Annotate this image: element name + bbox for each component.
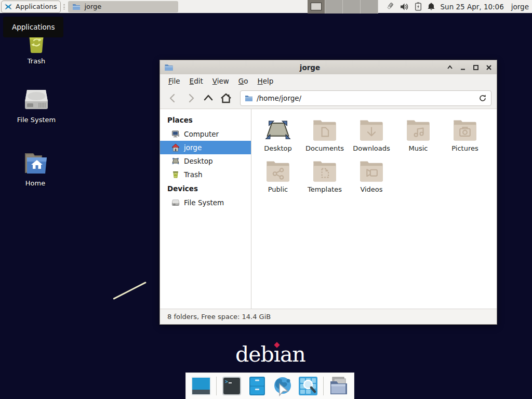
toolbar: /home/jorge/	[160, 88, 497, 109]
back-button[interactable]	[165, 90, 181, 106]
up-button[interactable]	[201, 90, 216, 106]
home-icon	[171, 143, 180, 152]
shade-button[interactable]	[446, 64, 454, 71]
show-desktop-icon	[191, 376, 211, 396]
terminal-icon: >	[222, 376, 242, 396]
desktop-icon-file-system[interactable]: File System	[9, 88, 63, 124]
file-icon-music[interactable]: Music	[395, 116, 442, 152]
folder-downloads-icon	[358, 118, 385, 143]
folder-videos-icon	[358, 159, 385, 184]
statusbar: 8 folders, Free space: 14.4 GiB	[160, 309, 497, 324]
sidebar-item-label: Trash	[184, 170, 203, 179]
close-button[interactable]	[485, 64, 493, 71]
trash-mini-icon	[171, 170, 180, 179]
show-desktop-button[interactable]	[191, 376, 211, 396]
file-icon-videos[interactable]: Videos	[348, 157, 395, 193]
desktop-icon-home[interactable]: Home	[8, 151, 62, 187]
home-folder-icon	[22, 151, 49, 175]
folder-pictures-icon	[451, 118, 478, 143]
taskbar-window-label: jorge	[84, 3, 101, 10]
file-label: Documents	[305, 144, 344, 152]
desktop-special-icon	[264, 118, 291, 143]
taskbar-window-button[interactable]: jorge	[68, 1, 178, 12]
reload-icon[interactable]	[478, 94, 487, 102]
desktop-icon-label: Home	[25, 179, 45, 187]
file-label: Desktop	[264, 144, 292, 152]
workspace-1[interactable]	[308, 0, 325, 14]
menu-edit[interactable]: Edit	[185, 74, 208, 88]
dock-folder-icon	[328, 376, 349, 396]
folder-icon	[72, 3, 81, 10]
app-finder-icon	[298, 376, 318, 396]
applications-menu-icon	[4, 2, 13, 11]
folder-menu-launcher[interactable]	[328, 376, 349, 396]
menubar: File Edit View Go Help	[160, 74, 497, 88]
debian-wordmark: debıan	[235, 342, 305, 367]
file-label: Templates	[308, 185, 342, 193]
path-bar[interactable]: /home/jorge/	[240, 90, 491, 106]
panel-clock[interactable]: Sun 25 Apr, 10:06	[441, 3, 504, 11]
top-panel: Applications jorge	[0, 0, 532, 14]
maximize-button[interactable]	[472, 64, 480, 71]
file-icon-pictures[interactable]: Pictures	[442, 116, 488, 152]
minimize-button[interactable]	[459, 64, 467, 71]
workspace-2[interactable]	[325, 0, 343, 14]
applications-menu-label: Applications	[16, 3, 57, 10]
sidebar-item-desktop[interactable]: Desktop	[160, 154, 251, 168]
power-plug-icon[interactable]	[384, 2, 395, 11]
file-manager-window: jorge File Edit View Go Help	[159, 60, 497, 325]
desktop-icon-label: Trash	[28, 57, 45, 65]
sidebar-item-label: Computer	[184, 130, 219, 138]
dock-separator	[216, 377, 217, 395]
file-icon-downloads[interactable]: Downloads	[348, 116, 395, 152]
panel-handle[interactable]	[62, 2, 66, 12]
sidebar-item-file-system[interactable]: File System	[160, 196, 251, 209]
file-label: Music	[409, 144, 428, 152]
battery-charging-icon[interactable]	[415, 2, 422, 11]
svg-text:>: >	[225, 379, 228, 384]
sidebar-item-trash[interactable]: Trash	[160, 168, 251, 181]
sidebar-places-header: Places	[160, 113, 251, 127]
file-icon-documents[interactable]: Documents	[301, 116, 348, 152]
folder-music-icon	[405, 118, 432, 143]
workspace-4[interactable]	[361, 0, 378, 14]
file-label: Downloads	[353, 144, 390, 152]
file-cabinet-launcher[interactable]	[247, 376, 268, 396]
home-button[interactable]	[218, 90, 234, 106]
desktop-mini-icon	[171, 157, 180, 165]
folder-documents-icon	[311, 118, 338, 143]
applications-tooltip: Applications	[3, 17, 63, 37]
folder-templates-icon	[311, 159, 338, 184]
menu-view[interactable]: View	[208, 74, 234, 88]
pathbar-folder-icon	[245, 95, 253, 102]
file-icon-public[interactable]: Public	[255, 157, 301, 193]
file-icon-desktop[interactable]: Desktop	[255, 116, 301, 152]
sidebar-item-jorge[interactable]: jorge	[160, 141, 251, 154]
stray-line	[113, 282, 147, 300]
window-folder-icon	[164, 63, 174, 71]
folder-public-icon	[264, 159, 291, 184]
bell-icon[interactable]	[427, 2, 435, 11]
app-finder-launcher[interactable]	[298, 376, 318, 396]
file-icon-templates[interactable]: Templates	[301, 157, 348, 193]
sidebar-item-computer[interactable]: Computer	[160, 127, 251, 141]
file-label: Videos	[360, 185, 382, 193]
workspace-3[interactable]	[343, 0, 361, 14]
sidebar-item-label: jorge	[184, 143, 202, 152]
applications-menu-button[interactable]: Applications	[1, 1, 61, 13]
hard-drive-icon	[23, 88, 50, 112]
menu-file[interactable]: File	[164, 74, 185, 88]
terminal-launcher[interactable]: >	[221, 376, 242, 396]
forward-button[interactable]	[183, 90, 198, 106]
menu-go[interactable]: Go	[234, 74, 253, 88]
panel-username: jorge	[511, 3, 529, 11]
web-browser-launcher[interactable]	[272, 376, 293, 396]
titlebar[interactable]: jorge	[160, 60, 497, 74]
menu-help[interactable]: Help	[253, 74, 278, 88]
path-input[interactable]: /home/jorge/	[257, 94, 475, 102]
workspace-switcher	[308, 0, 378, 14]
sidebar-item-label: File System	[184, 198, 224, 207]
file-list-area[interactable]: Desktop Documents	[251, 109, 497, 309]
sidebar-devices-header: Devices	[160, 181, 251, 196]
volume-icon[interactable]	[400, 3, 409, 11]
